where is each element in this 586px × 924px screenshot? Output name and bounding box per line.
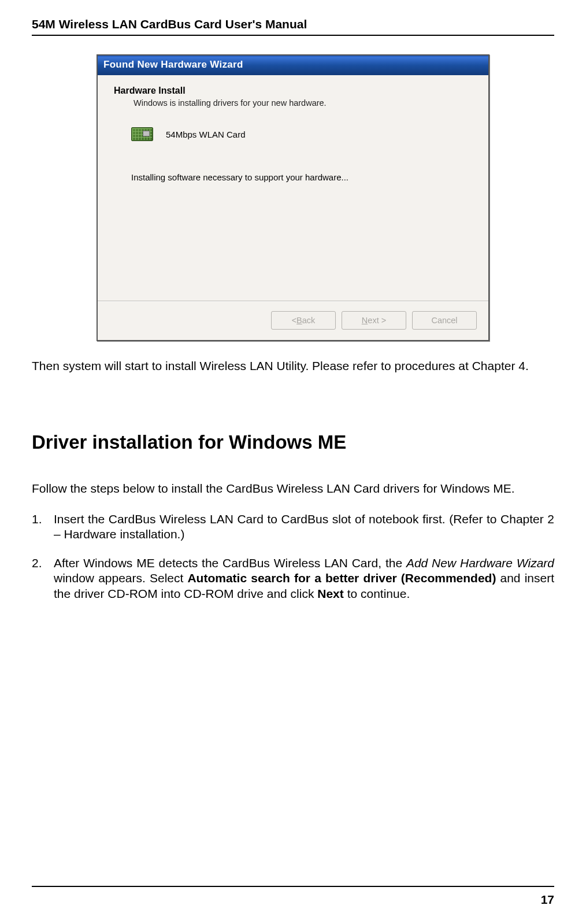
hardware-install-heading: Hardware Install [114, 86, 472, 96]
doc-header: 54M Wireless LAN CardBus Card User's Man… [32, 17, 554, 36]
post-dialog-paragraph: Then system will start to install Wirele… [32, 358, 554, 374]
step-2: After Windows ME detects the CardBus Wir… [32, 556, 554, 601]
back-button-prefix: < [292, 316, 296, 325]
back-button-rest: ack [302, 316, 316, 325]
next-button-underline: N [362, 316, 368, 325]
screenshot-container: Found New Hardware Wizard Hardware Insta… [32, 54, 554, 341]
dialog-title: Found New Hardware Wizard [103, 59, 243, 70]
device-row: 54Mbps WLAN Card [131, 124, 472, 145]
section-intro: Follow the steps below to install the Ca… [32, 481, 554, 496]
step-2-bold1: Automatic search for a better driver (Re… [187, 571, 496, 585]
step-2-italic: Add New Hardware Wizard [406, 556, 554, 570]
step-2-part2: window appears. Select [54, 571, 187, 585]
dialog-button-row: < Back Next > Cancel [98, 302, 488, 340]
wlan-card-icon [131, 124, 155, 145]
page-number: 17 [541, 893, 554, 906]
next-button[interactable]: Next > [342, 311, 406, 330]
section-title: Driver installation for Windows ME [32, 431, 554, 453]
step-list: Insert the CardBus Wireless LAN Card to … [32, 512, 554, 601]
step-2-part4: to continue. [344, 587, 410, 600]
step-2-bold2: Next [317, 587, 344, 600]
next-button-rest: ext > [368, 316, 386, 325]
dialog-body: Hardware Install Windows is installing d… [98, 75, 488, 301]
step-1-text: Insert the CardBus Wireless LAN Card to … [54, 512, 554, 541]
back-button[interactable]: < Back [271, 311, 336, 330]
step-1: Insert the CardBus Wireless LAN Card to … [32, 512, 554, 542]
back-button-underline: B [296, 316, 302, 325]
cancel-button[interactable]: Cancel [412, 311, 477, 330]
install-progress-message: Installing software necessary to support… [131, 172, 472, 182]
device-name: 54Mbps WLAN Card [166, 130, 246, 139]
dialog-titlebar: Found New Hardware Wizard [98, 56, 488, 75]
cancel-button-label: Cancel [431, 316, 457, 325]
doc-footer: 17 [32, 886, 554, 907]
hardware-install-subtext: Windows is installing drivers for your n… [133, 98, 472, 108]
step-2-part1: After Windows ME detects the CardBus Wir… [54, 556, 406, 570]
found-new-hardware-dialog: Found New Hardware Wizard Hardware Insta… [97, 54, 489, 341]
doc-title: 54M Wireless LAN CardBus Card User's Man… [32, 17, 307, 31]
